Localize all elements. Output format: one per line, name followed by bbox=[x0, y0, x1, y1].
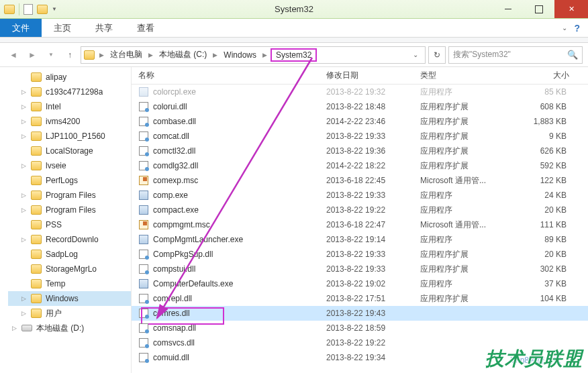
chevron-right-icon[interactable]: ▶ bbox=[211, 52, 219, 58]
tree-item[interactable]: ▷Program Files bbox=[8, 203, 131, 217]
back-button[interactable]: ◄ bbox=[5, 47, 21, 63]
crumb-windows[interactable]: Windows bbox=[221, 49, 259, 61]
tree-item[interactable]: ▷PSS bbox=[8, 217, 131, 232]
close-button[interactable]: ✕ bbox=[554, 0, 588, 18]
file-row[interactable]: comsnap.dll2013-8-22 18:59 bbox=[132, 321, 588, 335]
tree-item[interactable]: ▷StorageMgrLo bbox=[8, 262, 131, 276]
tree-item[interactable]: ▷Program Files bbox=[8, 188, 131, 203]
ribbon-expand-icon[interactable]: ⌄ bbox=[562, 24, 567, 32]
search-icon[interactable]: 🔍 bbox=[567, 50, 578, 60]
tree-item[interactable]: ▷Temp bbox=[8, 276, 131, 291]
tree-item[interactable]: ▷Windows bbox=[8, 291, 131, 306]
file-size: 122 KB bbox=[521, 176, 575, 185]
tree-arrow-icon[interactable]: ▷ bbox=[20, 310, 27, 317]
breadcrumb-dropdown-icon[interactable]: ⌄ bbox=[409, 51, 422, 58]
tree-item[interactable]: ▷LJP1100_P1560 bbox=[8, 129, 131, 144]
file-size: 89 KB bbox=[521, 235, 575, 244]
file-rows[interactable]: colorcpl.exe2013-8-22 19:32应用程序85 KBcolo… bbox=[132, 85, 588, 373]
tree-arrow-icon[interactable]: ▷ bbox=[20, 89, 27, 95]
tree-item[interactable]: ▷用户 bbox=[8, 306, 131, 321]
tree-arrow-icon[interactable]: ▷ bbox=[20, 236, 27, 243]
tree-item[interactable]: ▷本地磁盘 (D:) bbox=[8, 321, 131, 335]
file-date: 2013-8-22 19:22 bbox=[326, 205, 420, 215]
maximize-button[interactable] bbox=[524, 0, 554, 18]
tree-arrow-icon[interactable]: ▷ bbox=[20, 103, 27, 110]
file-row[interactable]: comctl32.dll2013-8-22 19:36应用程序扩展626 KB bbox=[132, 144, 588, 158]
file-row[interactable]: CompMgmtLauncher.exe2013-8-22 19:14应用程序8… bbox=[132, 232, 588, 247]
tree-item-label: lvseie bbox=[46, 161, 66, 170]
file-row[interactable]: colorcpl.exe2013-8-22 19:32应用程序85 KB bbox=[132, 85, 588, 99]
crumb-disk[interactable]: 本地磁盘 (C:) bbox=[156, 48, 209, 62]
file-name: compact.exe bbox=[153, 205, 199, 215]
tree-arrow-icon[interactable]: ▷ bbox=[20, 192, 27, 199]
tab-share[interactable]: 共享 bbox=[83, 19, 125, 37]
folder-icon bbox=[31, 176, 42, 185]
tree-item[interactable]: ▷SadpLog bbox=[8, 247, 131, 262]
file-row[interactable]: comp.exe2013-8-22 19:33应用程序24 KB bbox=[132, 188, 588, 203]
qat-dropdown-icon[interactable]: ▼ bbox=[52, 6, 57, 12]
chevron-right-icon[interactable]: ▶ bbox=[146, 52, 155, 58]
search-input[interactable]: 搜索"System32" 🔍 bbox=[448, 46, 583, 64]
up-button[interactable]: ↑ bbox=[62, 47, 78, 63]
file-row[interactable]: ComputerDefaults.exe2013-8-22 19:02应用程序3… bbox=[132, 276, 588, 291]
folder-icon bbox=[31, 161, 42, 170]
tree-item-label: alipay bbox=[46, 72, 66, 82]
tree-arrow-icon[interactable]: ▷ bbox=[20, 207, 27, 213]
qat-newfolder-icon[interactable] bbox=[37, 5, 48, 14]
file-row[interactable]: comrepl.dll2013-8-22 17:51应用程序扩展104 KB bbox=[132, 291, 588, 306]
file-row[interactable]: colorui.dll2013-8-22 18:48应用程序扩展608 KB bbox=[132, 99, 588, 114]
tab-view[interactable]: 查看 bbox=[125, 19, 166, 37]
file-tab[interactable]: 文件 bbox=[0, 19, 42, 37]
help-button[interactable]: ? bbox=[574, 23, 580, 34]
tree-arrow-icon[interactable]: ▷ bbox=[20, 295, 27, 302]
file-row[interactable]: compmgmt.msc2013-6-18 22:47Microsoft 通用管… bbox=[132, 217, 588, 232]
file-name: comctl32.dll bbox=[153, 146, 195, 156]
chevron-right-icon[interactable]: ▶ bbox=[260, 52, 269, 58]
file-row[interactable]: CompPkgSup.dll2013-8-22 19:33应用程序扩展20 KB bbox=[132, 247, 588, 262]
tree-item[interactable]: ▷LocalStorage bbox=[8, 144, 131, 158]
file-row[interactable]: comexp.msc2013-6-18 22:45Microsoft 通用管..… bbox=[132, 173, 588, 188]
col-date[interactable]: 修改日期 bbox=[326, 70, 420, 81]
tree-arrow-icon[interactable]: ▷ bbox=[20, 133, 27, 140]
tree-arrow-icon[interactable]: ▷ bbox=[11, 325, 17, 331]
tree-item[interactable]: ▷lvseie bbox=[8, 158, 131, 173]
tab-home[interactable]: 主页 bbox=[42, 19, 83, 37]
forward-button[interactable]: ► bbox=[24, 47, 40, 63]
chevron-right-icon[interactable]: ▶ bbox=[97, 52, 106, 58]
file-name-cell: comres.dll bbox=[138, 308, 326, 319]
file-row[interactable]: comres.dll2013-8-22 19:43 bbox=[132, 306, 588, 321]
file-name-cell: comrepl.dll bbox=[138, 293, 326, 304]
tree-item[interactable]: ▷Intel bbox=[8, 99, 131, 114]
tree-item[interactable]: ▷alipay bbox=[8, 70, 131, 85]
file-date: 2013-8-22 19:22 bbox=[326, 338, 420, 348]
col-size[interactable]: 大小 bbox=[521, 70, 575, 81]
crumb-computer[interactable]: 这台电脑 bbox=[107, 48, 145, 62]
minimize-button[interactable] bbox=[493, 0, 524, 18]
tree-arrow-icon[interactable]: ▷ bbox=[20, 162, 27, 169]
breadcrumb[interactable]: ▶ 这台电脑 ▶ 本地磁盘 (C:) ▶ Windows ▶ System32 … bbox=[81, 46, 426, 64]
ribbon-tabs: 文件 主页 共享 查看 ⌄ ? bbox=[0, 19, 588, 38]
tree-item[interactable]: ▷RecordDownlo bbox=[8, 232, 131, 247]
file-row[interactable]: compstui.dll2013-8-22 19:33应用程序扩展302 KB bbox=[132, 262, 588, 276]
file-row[interactable]: combase.dll2014-2-22 23:46应用程序扩展1,883 KB bbox=[132, 114, 588, 129]
tree-item[interactable]: ▷ivms4200 bbox=[8, 114, 131, 129]
refresh-button[interactable]: ↻ bbox=[428, 46, 446, 64]
col-type[interactable]: 类型 bbox=[420, 70, 521, 81]
nav-tree[interactable]: ▷alipay▷c193c4771298a▷Intel▷ivms4200▷LJP… bbox=[0, 67, 132, 373]
file-name: colorcpl.exe bbox=[153, 87, 196, 97]
file-icon bbox=[138, 234, 149, 245]
file-row[interactable]: comcat.dll2013-8-22 19:33应用程序扩展9 KB bbox=[132, 129, 588, 144]
tree-item[interactable]: ▷PerfLogs bbox=[8, 173, 131, 188]
ribbon-body bbox=[0, 38, 588, 43]
tree-item[interactable]: ▷c193c4771298a bbox=[8, 85, 131, 99]
history-dropdown[interactable]: ▼ bbox=[43, 47, 59, 63]
file-name-cell: compact.exe bbox=[138, 205, 326, 215]
file-row[interactable]: compact.exe2013-8-22 19:22应用程序20 KB bbox=[132, 203, 588, 217]
col-name[interactable]: 名称 bbox=[138, 70, 326, 81]
app-icon[interactable] bbox=[4, 5, 15, 14]
file-date: 2013-8-22 18:59 bbox=[326, 323, 420, 333]
file-row[interactable]: comdlg32.dll2014-2-22 18:22应用程序扩展592 KB bbox=[132, 158, 588, 173]
tree-arrow-icon[interactable]: ▷ bbox=[20, 118, 27, 125]
crumb-current[interactable]: System32 bbox=[271, 48, 317, 62]
qat-properties-icon[interactable] bbox=[23, 4, 33, 15]
